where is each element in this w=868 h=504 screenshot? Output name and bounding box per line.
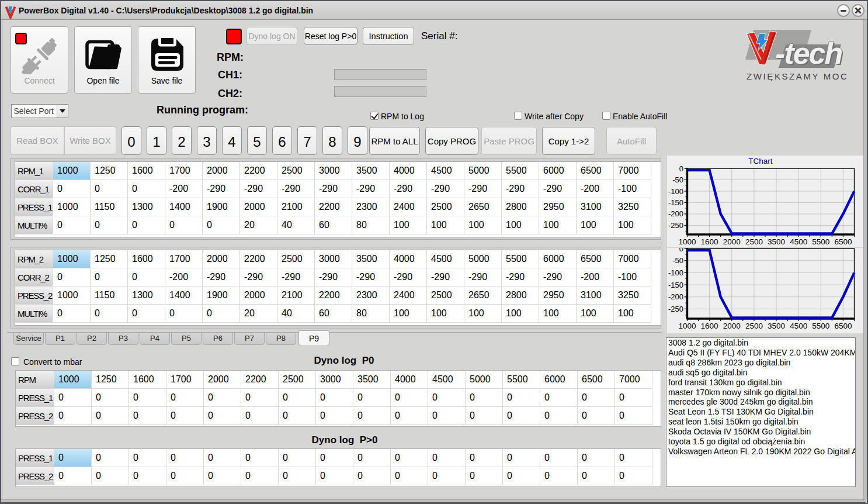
svg-text:3500: 3500	[768, 322, 785, 330]
svg-text:5500: 5500	[812, 322, 829, 330]
svg-text:-50: -50	[672, 175, 683, 184]
svg-text:1600: 1600	[701, 237, 718, 246]
svg-text:4500: 4500	[790, 322, 807, 330]
svg-text:6500: 6500	[834, 237, 852, 246]
svg-text:-200: -200	[668, 292, 683, 301]
svg-text:4500: 4500	[790, 237, 807, 246]
svg-text:2500: 2500	[745, 237, 763, 246]
svg-text:ZWIĘKSZAMY MOC: ZWIĘKSZAMY MOC	[747, 71, 848, 81]
svg-text:TChart: TChart	[748, 157, 773, 165]
svg-text:1000: 1000	[678, 322, 696, 330]
svg-text:1600: 1600	[701, 322, 718, 330]
svg-text:2500: 2500	[745, 322, 763, 330]
svg-text:-100: -100	[668, 187, 683, 196]
svg-text:-100: -100	[668, 268, 683, 277]
svg-text:3500: 3500	[768, 237, 785, 246]
svg-text:2000: 2000	[723, 322, 741, 330]
svg-text:-200: -200	[668, 209, 683, 218]
svg-text:1000: 1000	[678, 237, 696, 246]
svg-text:6500: 6500	[834, 322, 852, 330]
svg-text:-250: -250	[668, 305, 683, 313]
svg-text:-150: -150	[668, 198, 683, 207]
svg-text:0: 0	[679, 248, 683, 253]
svg-text:2000: 2000	[723, 237, 741, 246]
svg-text:-250: -250	[668, 221, 683, 230]
svg-text:0: 0	[679, 164, 683, 173]
svg-text:5500: 5500	[812, 237, 829, 246]
svg-text:-tech: -tech	[775, 36, 842, 70]
svg-text:-150: -150	[668, 281, 683, 289]
svg-text:-50: -50	[672, 256, 683, 265]
